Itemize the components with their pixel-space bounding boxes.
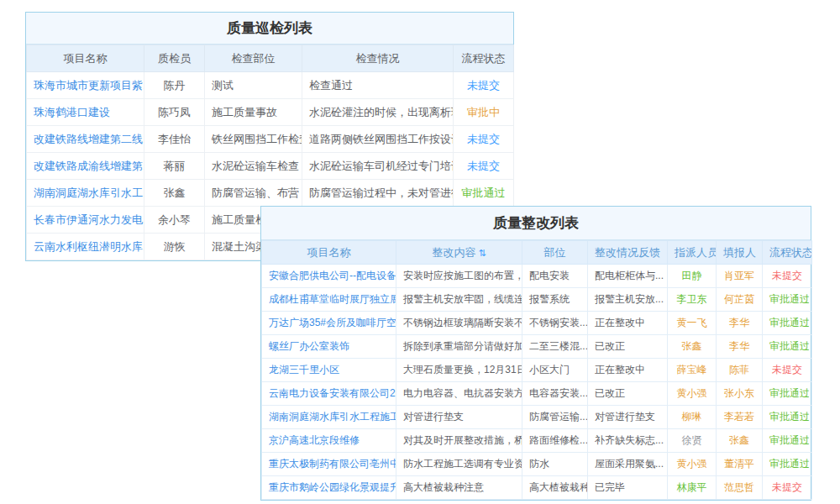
reporter-name: 何芷茵	[717, 288, 763, 312]
project-name-link[interactable]: 云南水利枢纽潜明水库...	[27, 234, 144, 260]
project-name-link[interactable]: 改建铁路成渝线增建第...	[27, 153, 144, 180]
rectify-part: 防腐管运输...	[522, 406, 588, 429]
project-name-link[interactable]: 重庆太极制药有限公司亳州中...	[262, 453, 396, 476]
table-row: 龙湖三千里小区大理石质量更换，12月31日之...小区大门正在整改中薛宝峰陈菲未…	[262, 359, 812, 382]
rectify-content: 对其及时开展整改措施，桥头...	[396, 429, 522, 453]
inspection-part: 施工质量事故	[205, 99, 302, 126]
rectify-feedback: 报警主机安放...	[588, 288, 668, 312]
col-header-project-name: 项目名称	[262, 241, 396, 265]
rectify-header-row: 项目名称 整改内容⇅ 部位 整改情况反馈 指派人员 填报人 流程状态	[262, 241, 812, 265]
status-badge: 审批通过	[763, 382, 812, 406]
rectify-feedback: 对管进行垫支	[588, 406, 668, 429]
rectify-feedback: 配电柜柜体与...	[588, 265, 668, 288]
status-badge: 未提交	[763, 265, 812, 288]
rectify-content: 高大楂被栽种注意	[396, 476, 522, 500]
table-row: 京沪高速北京段维修对其及时开展整改措施，桥头...路面维修检...补齐缺失标志.…	[262, 429, 812, 453]
rectify-part: 路面维修检...	[522, 429, 588, 453]
project-name-link[interactable]: 成都杜甫草堂临时展厅独立展...	[262, 288, 396, 312]
status-badge: 未提交	[454, 72, 514, 99]
status-badge: 审批通过	[763, 406, 812, 429]
project-name-link[interactable]: 湖南洞庭湖水库引水工程施工1...	[262, 406, 396, 429]
status-badge: 审批通过	[763, 312, 812, 335]
inspection-part: 水泥砼运输车检查	[205, 153, 302, 180]
col-header-rectify-content-label: 整改内容	[432, 246, 475, 259]
rectify-table-title: 质量整改列表	[261, 207, 811, 240]
project-name-link[interactable]: 螺丝厂办公室装饰	[262, 335, 396, 359]
reporter-name: 肖亚军	[717, 265, 763, 288]
rectify-feedback: 正在整改中	[588, 359, 668, 382]
rectify-content: 对管进行垫支	[396, 406, 522, 429]
status-badge: 未提交	[763, 359, 812, 382]
inspection-situation: 检查通过	[302, 72, 454, 99]
table-row: 湖南洞庭湖水库引水工...张鑫防腐管运输、布营防腐管运输过程中，未对管进行...…	[27, 180, 514, 207]
rectify-table: 项目名称 整改内容⇅ 部位 整改情况反馈 指派人员 填报人 流程状态 安徽合肥供…	[261, 240, 812, 500]
project-name-link[interactable]: 安徽合肥供电公司--配电设备...	[262, 265, 396, 288]
inspection-part: 铁丝网围挡工作检查	[205, 126, 302, 153]
project-name-link[interactable]: 万达广场35#会所及咖啡厅空...	[262, 312, 396, 335]
project-name-link[interactable]: 重庆市鹅岭公园绿化景观提升...	[262, 476, 396, 500]
inspector-name: 李佳怡	[144, 126, 205, 153]
assignee-name: 林康平	[668, 476, 717, 500]
status-badge: 审批通过	[763, 453, 812, 476]
col-header-rectify-content[interactable]: 整改内容⇅	[396, 241, 522, 265]
inspection-situation: 水泥砼灌注的时候，出现离析现象	[302, 99, 454, 126]
project-name-link[interactable]: 珠海鹤港口建设	[27, 99, 144, 126]
inspection-situation: 防腐管运输过程中，未对管进行...	[302, 180, 454, 207]
inspection-situation: 道路两侧铁丝网围挡工作按设计...	[302, 126, 454, 153]
col-header-status: 流程状态	[454, 45, 514, 72]
rectify-content: 不锈钢边框玻璃隔断安装不牢...	[396, 312, 522, 335]
rectify-feedback: 已改正	[588, 335, 668, 359]
reporter-name: 陈菲	[717, 359, 763, 382]
project-name-link[interactable]: 珠海市城市更新项目紫...	[27, 72, 144, 99]
status-badge: 未提交	[454, 126, 514, 153]
reporter-name: 董清平	[717, 453, 763, 476]
table-row: 改建铁路成渝线增建第...蒋丽水泥砼运输车检查水泥砼运输车司机经过专门培训...…	[27, 153, 514, 180]
project-name-link[interactable]: 云南电力设备安装有限公司20...	[262, 382, 396, 406]
table-row: 珠海市城市更新项目紫...陈丹测试检查通过未提交	[27, 72, 514, 99]
assignee-name: 李卫东	[668, 288, 717, 312]
reporter-name: 李若若	[717, 406, 763, 429]
table-row: 改建铁路线增建第二线...李佳怡铁丝网围挡工作检查道路两侧铁丝网围挡工作按设计.…	[27, 126, 514, 153]
assignee-name: 黄小强	[668, 382, 717, 406]
status-badge: 审批通过	[763, 429, 812, 453]
status-badge: 未提交	[454, 153, 514, 180]
assignee-name: 薛宝峰	[668, 359, 717, 382]
rectify-part: 不锈钢安装...	[522, 312, 588, 335]
rectify-table-panel: 质量整改列表 项目名称 整改内容⇅ 部位 整改情况反馈 指派人员 填报人 流程状…	[260, 206, 811, 501]
rectify-content: 防水工程施工选调有专业资质...	[396, 453, 522, 476]
rectify-content: 报警主机安放牢固，线缆连接...	[396, 288, 522, 312]
inspector-name: 蒋丽	[144, 153, 205, 180]
rectify-feedback: 已完毕	[588, 476, 668, 500]
project-name-link[interactable]: 京沪高速北京段维修	[262, 429, 396, 453]
reporter-name: 范思哲	[717, 476, 763, 500]
assignee-name: 黄一飞	[668, 312, 717, 335]
col-header-status: 流程状态	[763, 241, 812, 265]
inspector-name: 余小琴	[144, 207, 205, 234]
sort-icon[interactable]: ⇅	[478, 248, 486, 258]
reporter-name: 李华	[717, 335, 763, 359]
col-header-project-name: 项目名称	[27, 45, 144, 72]
table-row: 安徽合肥供电公司--配电设备...安装时应按施工图的布置，将...配电安装配电柜…	[262, 265, 812, 288]
table-row: 云南电力设备安装有限公司20...电力电容器、电抗器安装方案...电容器安装..…	[262, 382, 812, 406]
table-row: 成都杜甫草堂临时展厅独立展...报警主机安放牢固，线缆连接...报警系统报警主机…	[262, 288, 812, 312]
col-header-assignee: 指派人员	[668, 241, 717, 265]
status-badge: 审批通过	[763, 288, 812, 312]
inspector-name: 陈巧凤	[144, 99, 205, 126]
rectify-feedback: 补齐缺失标志...	[588, 429, 668, 453]
project-name-link[interactable]: 龙湖三千里小区	[262, 359, 396, 382]
assignee-name: 柳琳	[668, 406, 717, 429]
table-row: 重庆市鹅岭公园绿化景观提升...高大楂被栽种注意高大楂被栽种已完毕林康平范思哲未…	[262, 476, 812, 500]
inspection-situation: 水泥砼运输车司机经过专门培训...	[302, 153, 454, 180]
project-name-link[interactable]: 改建铁路线增建第二线...	[27, 126, 144, 153]
col-header-inspection-situation: 检查情况	[302, 45, 454, 72]
rectify-part: 报警系统	[522, 288, 588, 312]
assignee-name: 黄小强	[668, 453, 717, 476]
inspector-name: 游恢	[144, 234, 205, 260]
project-name-link[interactable]: 湖南洞庭湖水库引水工...	[27, 180, 144, 207]
project-name-link[interactable]: 长春市伊通河水力发电...	[27, 207, 144, 234]
table-row: 湖南洞庭湖水库引水工程施工1...对管进行垫支防腐管运输...对管进行垫支柳琳李…	[262, 406, 812, 429]
rectify-content: 拆除到承重墙部分请做好加固...	[396, 335, 522, 359]
rectify-part: 小区大门	[522, 359, 588, 382]
table-row: 万达广场35#会所及咖啡厅空...不锈钢边框玻璃隔断安装不牢...不锈钢安装..…	[262, 312, 812, 335]
inspection-header-row: 项目名称 质检员 检查部位 检查情况 流程状态	[27, 45, 514, 72]
